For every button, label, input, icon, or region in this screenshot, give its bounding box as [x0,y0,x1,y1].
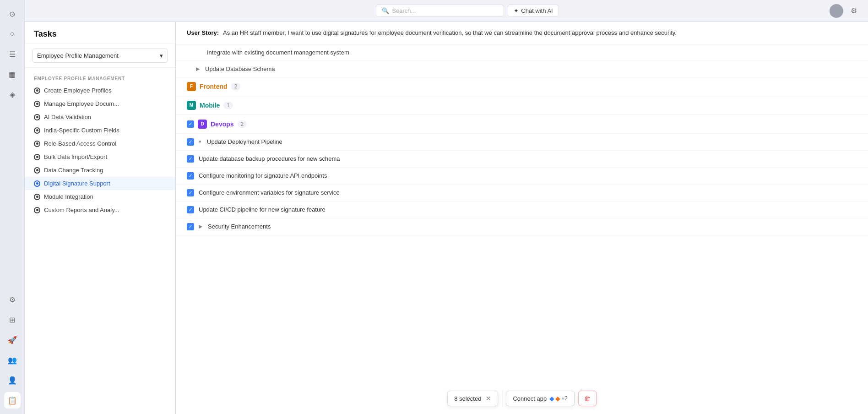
plus-count: +2 [561,395,568,402]
task-title: Security Enhancements [208,223,271,230]
analytics-icon[interactable]: ◈ [4,86,21,103]
task-checkbox[interactable]: ✓ [187,138,194,146]
nav-section-label: EMPLOYEE PROFILE MANAGEMENT [25,73,175,84]
tasks-panel: Tasks Employee Profile Management ▾ EMPL… [25,22,176,414]
sidebar-item-module-integration[interactable]: Module Integration [25,190,175,203]
nav-dot-icon [34,101,40,107]
sidebar-item-custom-reports-and-analy[interactable]: Custom Reports and Analy... [25,203,175,217]
tasks-title: Tasks [34,29,57,38]
close-selection-button[interactable]: ✕ [486,395,491,402]
project-selector: Employee Profile Management ▾ [25,44,175,68]
users-nav-icon[interactable]: 👥 [4,352,21,368]
sidebar-item-role-based-access-control[interactable]: Role-Based Access Control [25,137,175,150]
sidebar-item-digital-signature-support[interactable]: Digital Signature Support [25,177,175,190]
nav-item-label: Data Change Tracking [44,167,103,174]
user-story-bar: User Story: As an HR staff member, I wan… [176,22,868,44]
sidebar-item-bulk-data-import-export[interactable]: Bulk Data Import/Export [25,150,175,163]
team-nav-icon[interactable]: ⊞ [4,311,21,328]
nav-item-label: Role-Based Access Control [44,140,116,147]
group-devops: ✓ D Devops 2 [176,115,868,134]
frontend-group-title: Frontend [200,83,228,90]
nav-item-label: Module Integration [44,193,93,200]
chat-ai-button[interactable]: ✦ Chat with AI [508,5,559,17]
topbar-right: ⚙ [830,4,861,18]
mobile-count: 1 [223,102,233,109]
search-box[interactable]: 🔍 Search... [376,5,504,17]
delete-button[interactable]: 🗑 [578,391,597,406]
frontend-badge: F [187,82,196,91]
project-name: Employee Profile Management [37,52,119,59]
nav-dot-icon [34,207,40,213]
home-icon[interactable]: ⊙ [4,5,21,22]
sparkle-icon: ✦ [514,7,519,14]
nav-item-label: Create Employee Profiles [44,87,111,94]
gear-icon[interactable]: ⚙ [847,4,861,18]
nav-dot-icon [34,87,40,94]
mobile-group-title: Mobile [200,102,220,109]
table-row: ▶ Integrate with existing document manag… [176,44,868,61]
nav-dot-icon [34,127,40,134]
table-row: ✓ Update database backup procedures for … [176,151,868,168]
topbar: 🔍 Search... ✦ Chat with AI ⚙ [25,0,868,22]
expand-icon[interactable]: ▶ [199,223,202,229]
nav-dot-icon [34,141,40,147]
search-placeholder: Search... [392,7,416,14]
nav-item-label: Manage Employee Docum... [44,100,119,107]
task-checkbox[interactable]: ✓ [187,223,194,230]
chat-ai-label: Chat with AI [521,7,553,14]
nav-item-label: India-Specific Custom Fields [44,127,119,134]
nav-dot-icon [34,154,40,160]
list-icon[interactable]: ☰ [4,46,21,62]
table-row: ✓ ▶ Security Enhancements [176,218,868,235]
selected-count: 8 selected [454,395,481,402]
sidebar-item-create-employee-profiles[interactable]: Create Employee Profiles [25,84,175,97]
devops-badge: D [198,120,207,129]
nav-dot-icon [34,180,40,187]
doc-nav-icon[interactable]: 📋 [4,392,21,409]
calendar-icon[interactable]: ▦ [4,66,21,82]
main-content: User Story: As an HR staff member, I wan… [176,22,868,414]
table-row: ✓ Configure environment variables for si… [176,185,868,202]
devops-count: 2 [238,120,247,128]
nav-item-label: AI Data Validation [44,114,91,120]
rocket-nav-icon[interactable]: 🚀 [4,332,21,348]
sidebar-item-manage-employee-docum[interactable]: Manage Employee Docum... [25,97,175,110]
trash-icon: 🗑 [584,395,591,402]
sidebar-nav: EMPLOYEE PROFILE MANAGEMENT Create Emplo… [25,68,175,414]
nav-item-label: Digital Signature Support [44,180,110,187]
task-checkbox[interactable]: ✓ [187,206,194,213]
task-checkbox[interactable]: ✓ [187,189,194,196]
section-title: Update Database Schema [205,65,275,72]
task-title: Configure monitoring for signature API e… [199,172,327,179]
settings-nav-icon[interactable]: ⚙ [4,291,21,308]
connect-app-label: Connect app [513,395,547,402]
bottom-bar: 8 selected ✕ Connect app ◆ ◆ +2 🗑 [447,390,597,407]
project-dropdown[interactable]: Employee Profile Management ▾ [32,49,168,63]
table-row: ✓ Update CI/CD pipeline for new signatur… [176,202,868,218]
task-title: Configure environment variables for sign… [199,189,340,196]
body-area: Tasks Employee Profile Management ▾ EMPL… [25,22,868,414]
group-mobile: M Mobile 1 [176,96,868,115]
dashboard-icon[interactable]: ○ [4,26,21,42]
diamond-orange-icon: ◆ [555,395,560,402]
devops-group-checkbox[interactable]: ✓ [187,120,194,128]
app-container: 🔍 Search... ✦ Chat with AI ⚙ Tasks Emplo… [25,0,868,414]
nav-dot-icon [34,114,40,120]
task-checkbox[interactable]: ✓ [187,172,194,180]
sidebar-item-india-specific-custom-fields[interactable]: India-Specific Custom Fields [25,124,175,137]
expand-icon[interactable]: ▶ [196,66,200,72]
task-checkbox[interactable]: ✓ [187,155,194,163]
selected-badge: 8 selected ✕ [447,391,498,406]
table-row: ▶ Update Database Schema [176,61,868,77]
expand-icon[interactable]: ▾ [199,139,201,145]
connect-app-button[interactable]: Connect app ◆ ◆ +2 [506,391,574,406]
avatar [830,4,843,18]
task-title: Update Deployment Pipeline [207,138,282,145]
sidebar-item-ai-data-validation[interactable]: AI Data Validation [25,110,175,124]
topbar-center: 🔍 Search... ✦ Chat with AI [376,5,559,17]
chevron-down-icon: ▾ [160,52,163,59]
sidebar-item-data-change-tracking[interactable]: Data Change Tracking [25,163,175,177]
person-nav-icon[interactable]: 👤 [4,372,21,388]
nav-item-label: Bulk Data Import/Export [44,153,107,160]
nav-dot-icon [34,167,40,174]
